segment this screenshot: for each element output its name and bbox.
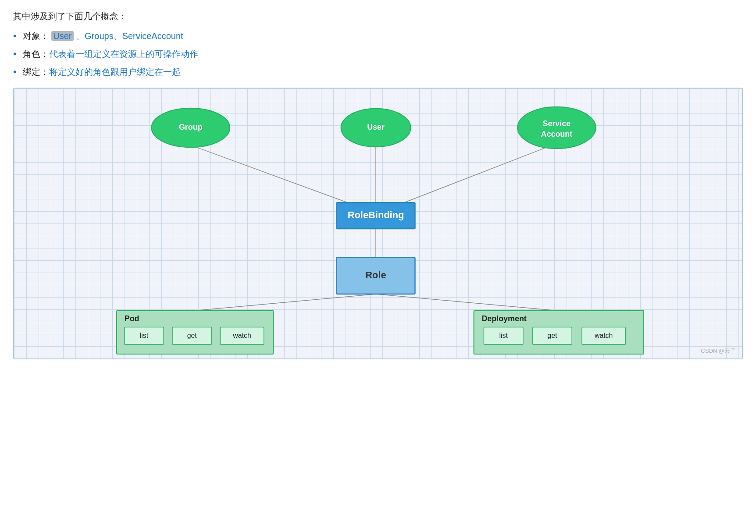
group-label: Group [179,123,203,131]
user-label: User [367,123,385,131]
line-group-rolebinding [191,145,348,202]
line-serviceaccount-rolebinding [404,145,553,202]
pod-list-label: list [140,332,149,339]
dep-get-label: get [547,332,557,339]
serviceaccount-label-line1: Service [543,119,571,128]
line-role-pod [195,294,376,311]
bullet-dot-2: • [13,48,17,60]
dep-list-label: list [499,332,508,339]
bullet-objects: • 对象： User 、Groups、ServiceAccount [13,30,743,42]
bullet-binding: • 绑定：将定义好的角色跟用户绑定在一起 [13,66,743,78]
diagram-container: Group User Service Account RoleBinding R… [13,88,743,359]
role-label: Role [365,270,386,280]
intro-title: 其中涉及到了下面几个概念： [13,11,743,22]
watermark: CSDN @云了 [701,347,736,355]
pod-get-label: get [187,332,197,339]
deployment-title: Deployment [481,314,526,323]
bullet-dot-3: • [13,66,17,78]
bullet-dot-1: • [13,30,17,42]
bullet-list: • 对象： User 、Groups、ServiceAccount • 角色：代… [13,30,743,78]
rolebinding-label: RoleBinding [348,209,404,220]
dep-watch-label: watch [594,332,613,339]
diagram-svg: Group User Service Account RoleBinding R… [14,89,742,358]
bullet-objects-label: 对象： User 、Groups、ServiceAccount [23,30,183,42]
serviceaccount-label-line2: Account [541,130,573,138]
line-role-deployment [376,294,556,311]
user-highlight: User [51,31,73,41]
bullet-role: • 角色：代表着一组定义在资源上的可操作动作 [13,48,743,60]
page-wrapper: 其中涉及到了下面几个概念： • 对象： User 、Groups、Service… [0,0,756,368]
pod-watch-label: watch [232,332,251,339]
pod-title: Pod [125,314,139,323]
